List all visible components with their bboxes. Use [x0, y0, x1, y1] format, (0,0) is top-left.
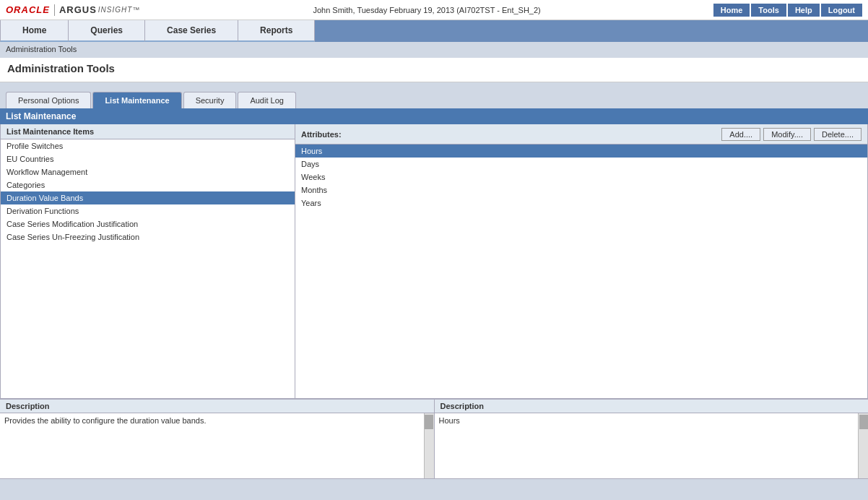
- left-column-header: List Maintenance Items: [1, 124, 295, 139]
- tab-personal-options[interactable]: Personal Options: [6, 92, 91, 108]
- nav-case-series[interactable]: Case Series: [145, 20, 238, 42]
- insight-logo: INSIGHT™: [98, 6, 141, 14]
- attribute-months[interactable]: Months: [295, 184, 867, 197]
- nav-queries[interactable]: Queries: [69, 20, 145, 42]
- add-button[interactable]: Add....: [721, 128, 760, 141]
- top-nav-home[interactable]: Home: [713, 4, 750, 17]
- argus-logo: ARGUS: [59, 4, 97, 15]
- main-nav: Home Queries Case Series Reports: [0, 20, 868, 42]
- delete-button[interactable]: Delete....: [814, 128, 862, 141]
- list-item-eu-countries[interactable]: EU Countries: [1, 152, 295, 165]
- tabs-bar: Personal Options List Maintenance Securi…: [0, 82, 868, 108]
- oracle-logo: ORACLE: [6, 4, 50, 15]
- attribute-days[interactable]: Days: [295, 158, 867, 171]
- top-header: ORACLE ARGUS INSIGHT™ John Smith, Tuesda…: [0, 0, 868, 20]
- breadcrumb: Administration Tools: [0, 42, 868, 58]
- right-column-header-row: Attributes: Add.... Modify.... Delete...…: [295, 124, 867, 145]
- list-item-case-series-unfreezing[interactable]: Case Series Un-Freezing Justification: [1, 230, 295, 243]
- tab-list-maintenance[interactable]: List Maintenance: [92, 92, 181, 108]
- desc-left-content: Provides the ability to configure the du…: [0, 413, 434, 478]
- status-bar: [0, 478, 868, 491]
- user-info: John Smith, Tuesday February 19, 2013 (A…: [313, 6, 540, 14]
- action-buttons: Add.... Modify.... Delete....: [721, 128, 862, 141]
- list-item-workflow-management[interactable]: Workflow Management: [1, 165, 295, 178]
- list-item-duration-value-bands[interactable]: Duration Value Bands: [1, 191, 295, 204]
- top-nav: Home Tools Help Logout: [713, 4, 862, 17]
- section-header: List Maintenance: [0, 108, 868, 124]
- desc-left: Description Provides the ability to conf…: [0, 400, 435, 478]
- modify-button[interactable]: Modify....: [763, 128, 811, 141]
- desc-right: Description Hours: [435, 400, 869, 478]
- nav-reports[interactable]: Reports: [238, 20, 315, 42]
- list-items-container: Profile Switches EU Countries Workflow M…: [1, 139, 295, 398]
- attribute-hours[interactable]: Hours: [295, 145, 867, 158]
- desc-right-scrollbar-thumb: [859, 415, 868, 429]
- list-item-case-series-modification[interactable]: Case Series Modification Justification: [1, 217, 295, 230]
- desc-left-text: Provides the ability to configure the du…: [4, 416, 420, 425]
- list-item-derivation-functions[interactable]: Derivation Functions: [1, 204, 295, 217]
- desc-right-scrollbar[interactable]: [858, 413, 868, 478]
- list-item-profile-switches[interactable]: Profile Switches: [1, 139, 295, 152]
- desc-right-text: Hours: [439, 416, 854, 425]
- nav-home[interactable]: Home: [0, 20, 69, 42]
- description-area: Description Provides the ability to conf…: [0, 399, 868, 478]
- top-nav-logout[interactable]: Logout: [821, 4, 862, 17]
- columns-container: List Maintenance Items Profile Switches …: [0, 124, 868, 399]
- list-item-categories[interactable]: Categories: [1, 178, 295, 191]
- desc-left-scrollbar[interactable]: [424, 413, 434, 478]
- top-nav-tools[interactable]: Tools: [751, 4, 786, 17]
- right-column: Attributes: Add.... Modify.... Delete...…: [295, 124, 867, 398]
- attributes-header: Attributes:: [301, 130, 342, 139]
- attribute-weeks[interactable]: Weeks: [295, 171, 867, 184]
- top-nav-help[interactable]: Help: [788, 4, 820, 17]
- page-title: Administration Tools: [0, 58, 868, 82]
- left-column: List Maintenance Items Profile Switches …: [1, 124, 295, 398]
- desc-left-header: Description: [0, 400, 434, 413]
- logo-area: ORACLE ARGUS INSIGHT™: [6, 4, 140, 16]
- tab-audit-log[interactable]: Audit Log: [238, 92, 295, 108]
- attribute-years[interactable]: Years: [295, 197, 867, 210]
- desc-right-header: Description: [435, 400, 869, 413]
- logo-divider: [54, 4, 55, 16]
- tab-security[interactable]: Security: [183, 92, 237, 108]
- attributes-list: Hours Days Weeks Months Years: [295, 145, 867, 398]
- desc-left-scrollbar-thumb: [425, 415, 433, 429]
- desc-right-content: Hours: [435, 413, 869, 478]
